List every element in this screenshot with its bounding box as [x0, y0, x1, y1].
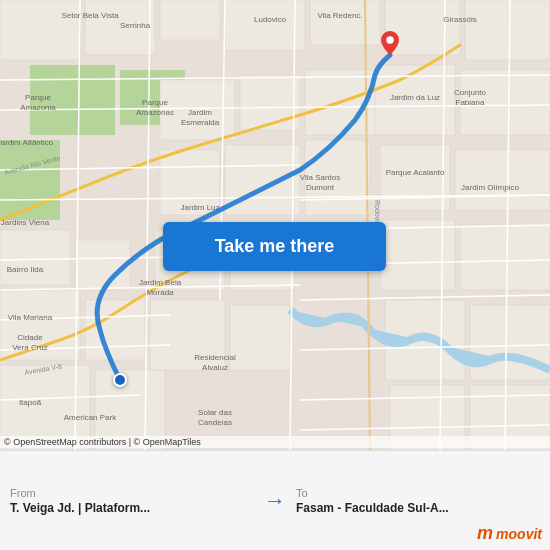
- svg-text:Amazonia: Amazonia: [20, 103, 56, 112]
- svg-text:Setor Bela Vista: Setor Bela Vista: [61, 11, 119, 20]
- from-label: From: [10, 487, 254, 499]
- svg-text:Parque: Parque: [25, 93, 51, 102]
- svg-text:Conjunto: Conjunto: [454, 88, 487, 97]
- svg-text:Candeias: Candeias: [198, 418, 232, 427]
- svg-rect-14: [85, 300, 145, 360]
- moovit-m-letter: m: [477, 523, 493, 544]
- map-attribution: © OpenStreetMap contributors | © OpenMap…: [0, 436, 550, 448]
- svg-text:Bairro Ilda: Bairro Ilda: [7, 265, 44, 274]
- svg-text:Cidade: Cidade: [17, 333, 43, 342]
- destination-marker: [381, 31, 399, 55]
- svg-rect-26: [230, 305, 290, 370]
- svg-rect-19: [305, 70, 385, 135]
- svg-rect-21: [225, 145, 300, 215]
- svg-text:Parque Acalanto: Parque Acalanto: [386, 168, 445, 177]
- svg-rect-3: [160, 0, 220, 40]
- origin-marker: [113, 373, 127, 387]
- svg-text:Fabiana: Fabiana: [456, 98, 485, 107]
- svg-text:Vera Cruz: Vera Cruz: [12, 343, 48, 352]
- svg-rect-5: [310, 0, 380, 45]
- bottom-bar: From T. Veiga Jd. | Plataform... → To Fa…: [0, 450, 550, 550]
- svg-text:Jardim Bela: Jardim Bela: [139, 278, 182, 287]
- svg-text:American Park: American Park: [64, 413, 117, 422]
- svg-text:Esmeralda: Esmeralda: [181, 118, 220, 127]
- svg-rect-29: [380, 145, 450, 210]
- svg-text:Jardim Atlântico: Jardim Atlântico: [0, 138, 54, 147]
- svg-rect-32: [460, 225, 550, 290]
- svg-text:Parque: Parque: [142, 98, 168, 107]
- svg-text:Amazonas: Amazonas: [136, 108, 174, 117]
- moovit-logo: m moovit: [477, 523, 542, 544]
- svg-text:Itapoã: Itapoã: [19, 398, 42, 407]
- from-name: T. Veiga Jd. | Plataform...: [10, 501, 254, 515]
- to-label: To: [296, 487, 540, 499]
- svg-rect-12: [75, 240, 130, 290]
- svg-rect-1: [0, 0, 80, 60]
- svg-rect-4: [225, 0, 305, 50]
- svg-text:Vila Santos: Vila Santos: [300, 173, 340, 182]
- svg-text:Residencial: Residencial: [194, 353, 236, 362]
- svg-text:Jardim da Luz: Jardim da Luz: [390, 93, 440, 102]
- svg-text:Dumont: Dumont: [306, 183, 335, 192]
- svg-rect-11: [0, 230, 70, 285]
- map-container: Avenida Rio Verde Rodovia Transbrasil. A…: [0, 0, 550, 450]
- destination-endpoint: To Fasam - Faculdade Sul-A...: [296, 487, 540, 515]
- svg-text:Vila Redenc.: Vila Redenc.: [317, 11, 362, 20]
- app: Avenida Rio Verde Rodovia Transbrasil. A…: [0, 0, 550, 550]
- moovit-wordmark: moovit: [496, 526, 542, 542]
- svg-text:Solar das: Solar das: [198, 408, 232, 417]
- svg-rect-7: [465, 0, 550, 60]
- svg-text:Serrinha: Serrinha: [120, 21, 151, 30]
- take-me-there-button[interactable]: Take me there: [163, 222, 386, 271]
- svg-point-73: [386, 36, 394, 44]
- svg-rect-18: [240, 75, 300, 130]
- svg-text:Alvaluz: Alvaluz: [202, 363, 228, 372]
- svg-text:Vila Mariana: Vila Mariana: [8, 313, 53, 322]
- route-arrow-icon: →: [264, 488, 286, 514]
- svg-text:Jardins Viena: Jardins Viena: [1, 218, 50, 227]
- origin-endpoint: From T. Veiga Jd. | Plataform...: [10, 487, 254, 515]
- svg-text:Jardim Olímpico: Jardim Olímpico: [461, 183, 519, 192]
- svg-text:Jardim Luz: Jardim Luz: [180, 203, 219, 212]
- svg-text:Morada: Morada: [146, 288, 174, 297]
- to-name: Fasam - Faculdade Sul-A...: [296, 501, 540, 515]
- svg-rect-31: [380, 220, 455, 290]
- svg-text:Jardim: Jardim: [188, 108, 212, 117]
- svg-rect-30: [455, 150, 550, 210]
- svg-text:Ludovico: Ludovico: [254, 15, 287, 24]
- svg-text:Girassóis: Girassóis: [443, 15, 476, 24]
